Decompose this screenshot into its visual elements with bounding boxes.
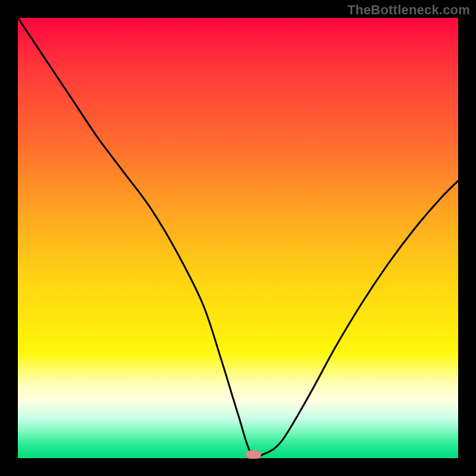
plot-area [18, 18, 458, 458]
bottleneck-curve [18, 18, 458, 458]
chart-frame: TheBottleneck.com [0, 0, 476, 476]
optimal-marker [246, 450, 261, 459]
watermark-text: TheBottleneck.com [347, 2, 470, 18]
